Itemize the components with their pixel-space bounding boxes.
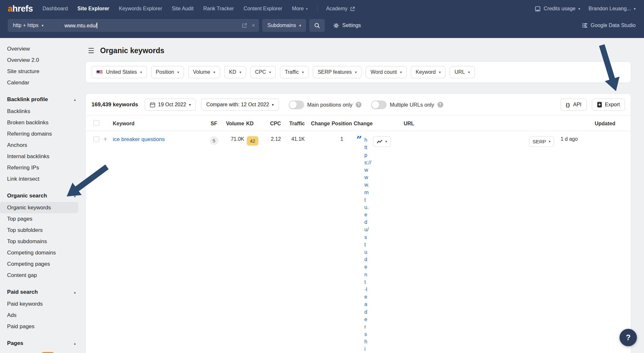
help-tooltip-icon[interactable]: ? [437,102,443,108]
credits-usage-menu[interactable]: Credits usage ▾ [534,6,580,12]
nav-item[interactable]: Dashboard ▾ [43,6,68,12]
filter-dropdown[interactable]: KD ▾ [224,66,246,78]
api-button[interactable]: {} API [561,99,586,111]
clear-input-icon[interactable]: × [252,22,255,29]
chevron-down-icon: ▾ [439,71,441,74]
sidebar-item[interactable]: Best by links New [0,349,78,353]
sidebar-item[interactable]: Top subfolders [0,224,78,236]
sidebar-item[interactable]: Anchors [0,139,78,151]
filter-dropdown[interactable]: Volume ▾ [188,66,220,78]
open-in-new-tab-icon[interactable] [242,23,247,28]
settings-button[interactable]: Settings [333,23,361,29]
add-to-list-button[interactable]: + [101,136,110,142]
sidebar-item[interactable]: Organic keywords [0,202,78,213]
nav-item-academy[interactable]: Academy [326,6,355,12]
chevron-down-icon: ▾ [178,71,179,74]
sidebar-item[interactable]: Calendar [0,77,78,88]
collapse-section-icon: ▴ [74,342,76,345]
sidebar-item[interactable]: Internal backlinks [0,151,78,162]
nav-item[interactable]: More ▾ [292,6,308,12]
col-header-volume[interactable]: Volume [221,120,244,127]
filter-dropdown[interactable]: CPC ▾ [250,66,276,78]
sidebar-item[interactable]: Paid pages [0,321,78,332]
sidebar-item[interactable]: Content gap [0,270,78,281]
date-picker-button[interactable]: 19 Oct 2022 ▾ [145,99,196,111]
export-button[interactable]: Export [592,99,625,111]
sidebar-item[interactable]: Referring domains [0,128,78,139]
col-header-kd[interactable]: KD [244,120,261,127]
sidebar-section-header[interactable]: Pages ▴ [0,337,85,349]
col-header-keyword[interactable]: Keyword [110,120,207,127]
filter-dropdown[interactable]: Position ▾ [151,66,184,78]
filter-dropdown[interactable]: URL ▾ [450,66,475,78]
url-link[interactable]: https://www.mtu.edu/student-leadership/s… [364,137,371,353]
sidebar: Overview Overview 2.0 Site structure Cal… [0,38,85,353]
filter-dropdown[interactable]: United States ▾ [91,66,147,78]
sidebar-item[interactable]: Overview 2.0 [0,54,78,66]
top-navigation-bar: ahrefs Dashboard ▾ Site Explorer ▾ Keywo… [0,0,644,38]
protocol-select[interactable]: http + https ▾ [8,19,59,32]
col-header-updated[interactable]: Updated [592,120,631,127]
sidebar-item[interactable]: Competing pages [0,258,78,270]
col-header-sf[interactable]: SF [207,120,221,127]
nav-item[interactable]: Keywords Explorer ▾ [119,6,162,12]
nav-item[interactable]: Site Explorer ▾ [77,6,109,12]
chevron-down-icon: ▾ [634,7,636,11]
multiple-urls-toggle[interactable] [371,100,387,109]
sidebar-item[interactable]: Backlinks [0,106,78,117]
nav-item[interactable]: Rank Tracker ▾ [203,6,234,12]
main-positions-toggle[interactable] [289,100,304,109]
user-account-menu[interactable]: Brandon Leuang... ▾ [589,6,636,12]
position-value: → 1 [330,136,354,142]
sidebar-section-header[interactable]: Backlink profile ▴ [0,93,85,106]
collapse-sidebar-icon[interactable]: ☰ [88,47,94,54]
col-header-traffic[interactable]: Traffic [281,120,305,127]
target-url-input[interactable]: www.mtu.edu/ × [59,19,259,32]
collapse-section-icon: ▴ [74,194,76,198]
sidebar-section-header[interactable]: Organic search ▴ [0,190,85,202]
nav-item[interactable]: Content Explorer ▾ [244,6,282,12]
scope-select[interactable]: Subdomains ▾ [262,19,306,32]
sidebar-item[interactable]: Ads [0,310,78,321]
col-header-cpc[interactable]: CPC [261,120,281,127]
filter-dropdown[interactable]: Traffic ▾ [280,66,309,78]
sidebar-item[interactable]: Competing domains [0,247,78,258]
select-all-checkbox[interactable] [93,120,99,126]
collapse-section-icon: ▴ [74,98,76,101]
col-header-change2[interactable]: Change [354,120,372,127]
row-checkbox[interactable] [93,136,99,142]
col-header-change[interactable]: Change [305,120,330,127]
nav-item[interactable]: Site Audit ▾ [172,6,194,12]
col-header-url[interactable]: URL [404,121,414,126]
compare-date-button[interactable]: Compare with: 12 Oct 2022 ▾ [201,99,279,111]
google-data-studio-link[interactable]: Google Data Studio [582,23,636,28]
chevron-down-icon: ▾ [189,103,191,107]
keywords-table-card: 169,439 keywords 19 Oct 2022 ▾ Compare w… [85,93,631,353]
help-tooltip-icon[interactable]: ? [356,102,361,108]
sidebar-section-header[interactable]: Paid search ▴ [0,286,85,298]
sidebar-item[interactable]: Link intersect [0,173,78,185]
col-header-position[interactable]: Position [330,120,354,127]
search-button[interactable] [309,19,325,32]
table-body: + ice breaker questions 5 71.0K 42 2.12 … [86,131,631,353]
sidebar-item[interactable]: Overview [0,43,78,54]
filter-dropdown[interactable]: Word count ▾ [366,66,407,78]
sidebar-item[interactable]: Site structure [0,66,78,77]
position-history-chart-button[interactable]: ▾ [373,136,391,147]
filter-dropdown[interactable]: SERP features ▾ [313,66,361,78]
gear-icon [333,23,339,29]
sidebar-item[interactable]: Top subdomains [0,236,78,247]
sidebar-item[interactable]: Referring IPs [0,162,78,173]
filter-dropdown[interactable]: Keyword ▾ [411,66,446,78]
sidebar-item[interactable]: Paid keywords [0,298,78,310]
help-button[interactable]: ? [620,329,637,346]
braces-icon: {} [566,102,570,108]
sidebar-item[interactable]: Top pages [0,213,78,224]
kd-badge: 42 [247,136,258,146]
chevron-down-icon: ▾ [355,71,357,74]
ahrefs-logo[interactable]: ahrefs [8,4,33,14]
chevron-down-icon: ▾ [468,71,470,74]
serp-dropdown-button[interactable]: SERP ▾ [529,136,554,147]
sidebar-item[interactable]: Broken backlinks [0,117,78,128]
keyword-link[interactable]: ice breaker questions [113,136,165,142]
